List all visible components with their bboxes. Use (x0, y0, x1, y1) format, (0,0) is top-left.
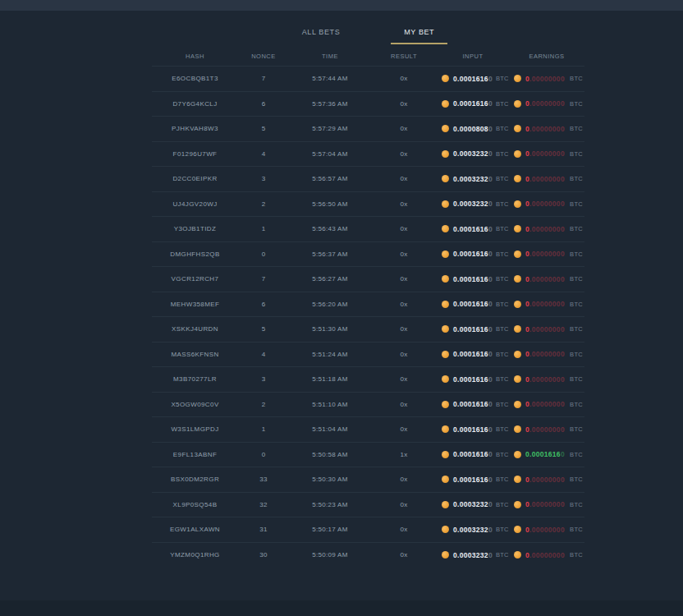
table-row[interactable]: PJHKVAH8W3 5 5:57:29 AM 0x 0.00008080 BT… (152, 117, 584, 142)
table-row[interactable]: YMZM0Q1RHG 30 5:50:09 AM 0x 0.00032320 B… (152, 543, 584, 568)
bet-result: 0x (371, 501, 437, 508)
table-row[interactable]: EGW1ALXAWN 31 5:50:17 AM 0x 0.00032320 B… (152, 517, 584, 543)
btc-coin-icon (514, 451, 521, 458)
table-row[interactable]: Y3OJB1TIDZ 1 5:56:43 AM 0x 0.00016160 BT… (152, 217, 584, 242)
table-row[interactable]: E6OCBQB1T3 7 5:57:44 AM 0x 0.00016160 BT… (152, 67, 584, 92)
bet-result: 0x (371, 526, 437, 533)
bet-input-cell: 0.00032320 BTC (437, 500, 509, 508)
table-row[interactable]: D7Y6G4KCLJ 6 5:57:36 AM 0x 0.00016160 BT… (152, 92, 584, 117)
earnings-cell: 0.00000000 BTC (509, 350, 584, 358)
table-row[interactable]: UJ4JGV20WJ 2 5:56:50 AM 0x 0.00032320 BT… (152, 192, 584, 218)
bet-earnings-amount: 0.00000000 (525, 400, 565, 408)
bet-input-cell: 0.00032320 BTC (437, 175, 509, 183)
bet-earnings-amount: 0.00000000 (525, 526, 565, 534)
bet-time: 5:50:09 AM (289, 551, 371, 559)
btc-coin-icon (514, 275, 521, 283)
btc-coin-icon (514, 375, 521, 383)
btc-coin-icon (442, 401, 449, 408)
bet-input-amount: 0.00016160 (453, 450, 493, 458)
bet-result: 0x (371, 325, 437, 333)
bet-input-cell: 0.00016160 BTC (437, 250, 509, 258)
bet-hash: XSKKJ4URDN (152, 325, 238, 333)
bet-time: 5:56:43 AM (289, 225, 371, 232)
btc-coin-icon (442, 301, 449, 308)
table-row[interactable]: W3S1LMGPDJ 1 5:51:04 AM 0x 0.00016160 BT… (152, 417, 584, 443)
earnings-cell: 0.00000000 BTC (509, 75, 584, 83)
btc-coin-icon (514, 200, 521, 208)
bet-input-currency: BTC (493, 325, 509, 333)
bet-nonce: 2 (238, 401, 289, 408)
bet-time: 5:51:10 AM (289, 401, 371, 408)
bet-input-cell: 0.00016160 BTC (437, 400, 509, 408)
bet-earnings-amount: 0.00000000 (525, 375, 565, 384)
column-header-nonce: NONCE (238, 53, 289, 60)
bet-result: 0x (371, 275, 437, 283)
bet-result: 0x (371, 175, 437, 182)
earnings-cell: 0.00000000 BTC (509, 275, 584, 283)
table-row[interactable]: F01296U7WF 4 5:57:04 AM 0x 0.00032320 BT… (152, 142, 584, 168)
bet-nonce: 4 (238, 150, 289, 158)
bet-hash: M3B70277LR (152, 375, 238, 383)
btc-coin-icon (442, 200, 449, 208)
table-row[interactable]: D2CC0EIPKR 3 5:56:57 AM 0x 0.00032320 BT… (152, 167, 584, 192)
bet-earnings-amount: 0.00000000 (525, 425, 565, 434)
btc-coin-icon (514, 301, 521, 308)
bet-earnings-amount: 0.00000000 (525, 125, 565, 133)
table-row[interactable]: MASS6KFNSN 4 5:51:24 AM 0x 0.00016160 BT… (152, 342, 584, 368)
bet-input-amount: 0.00016160 (453, 400, 493, 408)
btc-coin-icon (514, 75, 521, 82)
bet-input-amount: 0.00032320 (453, 551, 493, 559)
btc-coin-icon (442, 325, 449, 333)
bet-earnings-currency: BTC (566, 375, 583, 383)
btc-coin-icon (442, 225, 449, 232)
table-row[interactable]: MEHW358MEF 6 5:56:20 AM 0x 0.00016160 BT… (152, 292, 584, 318)
bet-input-cell: 0.00016160 BTC (437, 476, 509, 484)
btc-coin-icon (514, 526, 521, 533)
btc-coin-icon (442, 425, 449, 433)
bet-input-amount: 0.00016160 (453, 225, 493, 233)
bet-input-currency: BTC (493, 225, 509, 232)
bet-nonce: 4 (238, 351, 289, 358)
table-header-row: HASH NONCE TIME RESULT INPUT EARNINGS (152, 46, 584, 66)
bet-hash: XL9P0SQ54B (152, 501, 238, 508)
earnings-cell: 0.00000000 BTC (509, 300, 584, 308)
btc-coin-icon (514, 175, 521, 182)
table-row[interactable]: DMGHFHS2QB 0 5:56:37 AM 0x 0.00016160 BT… (152, 242, 584, 268)
table-row[interactable]: X5OGW09C0V 2 5:51:10 AM 0x 0.00016160 BT… (152, 393, 584, 418)
bet-input-amount: 0.00032320 (453, 149, 493, 158)
bet-hash: MEHW358MEF (152, 301, 238, 308)
bet-result: 0x (371, 301, 437, 308)
bet-earnings-currency: BTC (566, 526, 583, 533)
btc-coin-icon (514, 501, 521, 508)
table-body: E6OCBQB1T3 7 5:57:44 AM 0x 0.00016160 BT… (152, 66, 584, 568)
bet-input-currency: BTC (493, 476, 509, 483)
bet-time: 5:56:57 AM (289, 175, 371, 182)
table-row[interactable]: M3B70277LR 3 5:51:18 AM 0x 0.00016160 BT… (152, 367, 584, 393)
btc-coin-icon (514, 401, 521, 408)
table-row[interactable]: VGCR12RCH7 7 5:56:27 AM 0x 0.00016160 BT… (152, 267, 584, 292)
earnings-cell: 0.00000000 BTC (509, 476, 584, 484)
bet-input-cell: 0.00016160 BTC (437, 450, 509, 458)
table-row[interactable]: XL9P0SQ54B 32 5:50:23 AM 0x 0.00032320 B… (152, 493, 584, 518)
table-row[interactable]: E9FL13ABNF 0 5:50:58 AM 1x 0.00016160 BT… (152, 443, 584, 468)
bet-time: 5:56:50 AM (289, 200, 371, 208)
bet-input-currency: BTC (493, 150, 509, 158)
table-row[interactable]: XSKKJ4URDN 5 5:51:30 AM 0x 0.00016160 BT… (152, 317, 584, 342)
bet-earnings-amount: 0.00000000 (525, 200, 565, 208)
bet-result: 0x (371, 100, 437, 108)
earnings-cell: 0.00016160 BTC (509, 450, 584, 458)
bet-earnings-currency: BTC (566, 251, 583, 258)
bet-earnings-amount: 0.00000000 (525, 350, 565, 358)
bet-input-cell: 0.00008080 BTC (437, 125, 509, 133)
bet-earnings-amount: 0.00000000 (525, 551, 565, 559)
earnings-cell: 0.00000000 BTC (509, 400, 584, 408)
tab-all-bets[interactable]: ALL BETS (289, 24, 354, 44)
bet-time: 5:57:04 AM (289, 150, 371, 158)
bet-nonce: 32 (238, 501, 289, 508)
table-row[interactable]: BSX0DM2RGR 33 5:50:30 AM 0x 0.00016160 B… (152, 467, 584, 493)
bet-earnings-amount: 0.00000000 (525, 225, 565, 233)
column-header-result: RESULT (371, 53, 437, 60)
bet-earnings-amount: 0.00000000 (525, 325, 565, 333)
tab-my-bet[interactable]: MY BET (391, 24, 447, 44)
bet-earnings-currency: BTC (566, 425, 583, 433)
